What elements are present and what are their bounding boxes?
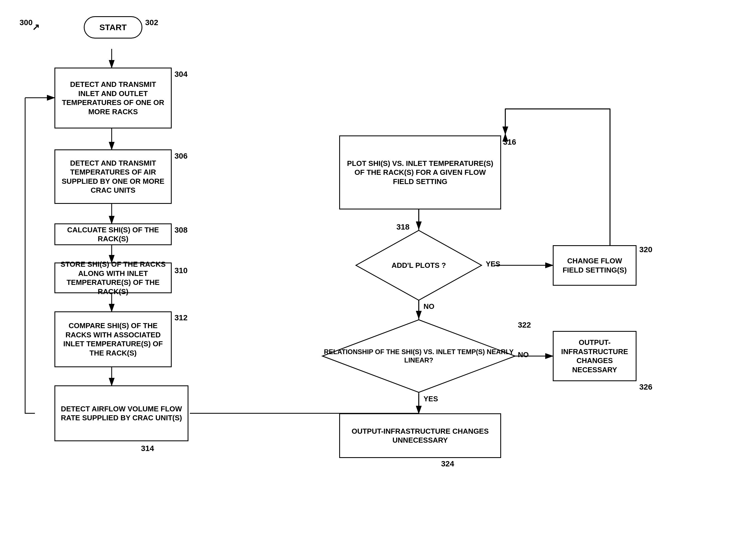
ref-310: 310 <box>174 266 188 275</box>
yes-label-322: YES <box>424 395 438 403</box>
box-316: PLOT SHI(S) VS. INLET TEMPERATURE(S) OF … <box>339 135 501 209</box>
start-oval: START <box>84 16 142 39</box>
box-326: OUTPUT-INFRASTRUCTURE CHANGES NECESSARY <box>553 331 637 381</box>
box-324: OUTPUT-INFRASTRUCTURE CHANGES UNNECESSAR… <box>339 413 501 458</box>
ref-320: 320 <box>639 245 652 254</box>
box-306: DETECT AND TRANSMIT TEMPERATURES OF AIR … <box>54 149 172 204</box>
diagram-container: 300 ↗ START 302 DETECT AND TRANSMIT INLE… <box>0 0 756 551</box>
box-314: DETECT AIRFLOW VOLUME FLOW RATE SUPPLIED… <box>54 385 188 441</box>
ref-322: 322 <box>518 321 531 330</box>
no-label-322: NO <box>518 351 529 359</box>
ref-304: 304 <box>174 70 188 79</box>
ref-300-arrow: ↗ <box>32 22 40 32</box>
yes-label-318: YES <box>486 260 500 268</box>
ref-326: 326 <box>639 383 652 392</box>
box-304: DETECT AND TRANSMIT INLET AND OUTLET TEM… <box>54 68 172 128</box>
ref-312: 312 <box>174 313 188 322</box>
ref-324: 324 <box>441 459 454 468</box>
ref-314: 314 <box>141 444 154 453</box>
box-308: CALCUATE SHI(S) OF THE RACK(S) <box>54 223 172 245</box>
start-label: START <box>99 23 127 32</box>
ref-318: 318 <box>396 222 410 231</box>
diamond-322: RELATIONSHIP OF THE SHI(S) VS. INLET TEM… <box>321 319 516 394</box>
box-320: CHANGE FLOW FIELD SETTING(S) <box>553 245 637 286</box>
ref-302: 302 <box>145 18 158 27</box>
ref-308: 308 <box>174 226 188 234</box>
box-312: COMPARE SHI(S) OF THE RACKS WITH ASSOCIA… <box>54 312 172 367</box>
ref-300: 300 <box>20 18 33 27</box>
box-310: STORE SHI(S) OF THE RACKS ALONG WITH INL… <box>54 262 172 293</box>
ref-316: 316 <box>503 138 516 147</box>
diamond-318: ADD'L PLOTS ? <box>355 229 483 302</box>
no-label-318: NO <box>424 302 434 311</box>
ref-306: 306 <box>174 152 188 160</box>
